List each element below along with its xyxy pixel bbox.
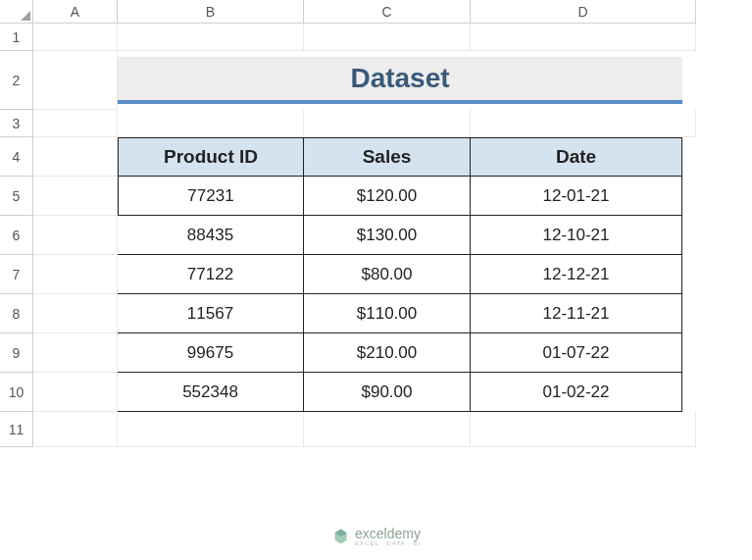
header-product-id[interactable]: Product ID [118, 137, 304, 177]
cell[interactable] [118, 412, 304, 447]
cell-sales[interactable]: $80.00 [304, 255, 471, 294]
row-header-8[interactable]: 8 [0, 294, 33, 333]
cell[interactable] [118, 24, 304, 51]
cell[interactable] [33, 24, 118, 51]
select-all-corner[interactable] [0, 0, 33, 24]
row-header-3[interactable]: 3 [0, 110, 33, 137]
cell[interactable] [304, 412, 471, 447]
cell[interactable] [33, 177, 118, 216]
row-header-1[interactable]: 1 [0, 24, 33, 51]
exceldemy-logo-icon [331, 528, 349, 545]
cell[interactable] [33, 294, 118, 333]
cell[interactable] [304, 24, 471, 51]
cell-date[interactable]: 01-07-22 [471, 333, 682, 373]
cell-sales[interactable]: $90.00 [304, 373, 471, 412]
cell[interactable] [33, 110, 118, 137]
dataset-title[interactable]: Dataset [118, 57, 682, 104]
row-header-10[interactable]: 10 [0, 373, 33, 412]
row-header-4[interactable]: 4 [0, 137, 33, 177]
cell-product-id[interactable]: 77231 [118, 177, 304, 216]
cell-product-id[interactable]: 11567 [118, 294, 304, 333]
cell-date[interactable]: 12-10-21 [471, 216, 682, 255]
cell-product-id[interactable]: 88435 [118, 216, 304, 255]
cell[interactable] [33, 373, 118, 412]
cell[interactable] [33, 412, 118, 447]
cell[interactable] [471, 412, 696, 447]
watermark-main-text: exceldemy [355, 527, 421, 540]
col-header-b[interactable]: B [118, 0, 304, 24]
cell[interactable] [33, 51, 118, 110]
row-header-2[interactable]: 2 [0, 51, 33, 110]
cell-date[interactable]: 01-02-22 [471, 373, 682, 412]
row-header-7[interactable]: 7 [0, 255, 33, 294]
watermark: exceldemy EXCEL · DATA · BI [331, 527, 421, 546]
col-header-c[interactable]: C [304, 0, 471, 24]
cell-sales[interactable]: $110.00 [304, 294, 471, 333]
cell[interactable] [33, 137, 118, 177]
cell-date[interactable]: 12-11-21 [471, 294, 682, 333]
header-date[interactable]: Date [471, 137, 682, 177]
cell[interactable] [471, 110, 696, 137]
cell-sales[interactable]: $120.00 [304, 177, 471, 216]
header-sales[interactable]: Sales [304, 137, 471, 177]
cell[interactable] [304, 110, 471, 137]
spreadsheet-grid: A B C D 1 2 Dataset 3 4 5 6 7 8 9 10 11 … [0, 0, 752, 447]
cell[interactable] [471, 24, 696, 51]
cell[interactable] [33, 255, 118, 294]
cell-product-id[interactable]: 77122 [118, 255, 304, 294]
watermark-sub-text: EXCEL · DATA · BI [355, 540, 421, 546]
cell-product-id[interactable]: 99675 [118, 333, 304, 373]
col-header-a[interactable]: A [33, 0, 118, 24]
row-header-11[interactable]: 11 [0, 412, 33, 447]
cell[interactable] [118, 110, 304, 137]
cell-date[interactable]: 12-12-21 [471, 255, 682, 294]
data-table: Product ID Sales Date 77231 $120.00 12-0… [118, 137, 682, 412]
row-header-6[interactable]: 6 [0, 216, 33, 255]
cell-product-id[interactable]: 552348 [118, 373, 304, 412]
cell-sales[interactable]: $210.00 [304, 333, 471, 373]
cell-date[interactable]: 12-01-21 [471, 177, 682, 216]
cell[interactable] [33, 216, 118, 255]
cell[interactable] [33, 333, 118, 373]
row-header-9[interactable]: 9 [0, 333, 33, 373]
cell-sales[interactable]: $130.00 [304, 216, 471, 255]
row-header-5[interactable]: 5 [0, 177, 33, 216]
col-header-d[interactable]: D [471, 0, 696, 24]
